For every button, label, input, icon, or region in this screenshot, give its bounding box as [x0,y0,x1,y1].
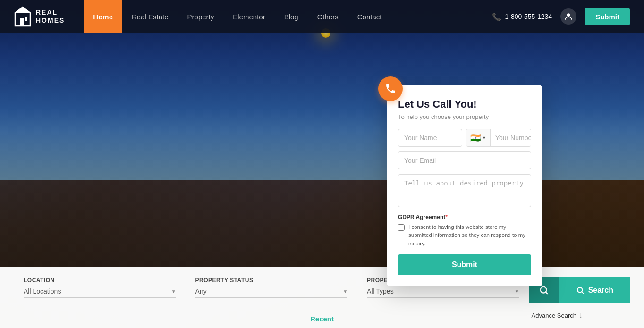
location-select[interactable]: All Locations [24,287,176,295]
nav-contact[interactable]: Contact [348,0,391,33]
name-input-wrap [398,129,462,147]
gdpr-label: GDPR Agreement* [398,214,531,220]
advance-search-arrow-icon: ↓ [579,311,583,320]
nav-elementor[interactable]: Elementor [223,0,274,33]
call-icon-badge [378,76,403,101]
user-account-icon[interactable] [560,8,576,25]
svg-line-8 [582,292,584,294]
location-select-wrapper: All Locations ▼ [24,287,176,298]
gdpr-required: * [445,214,448,220]
flag-dropdown-icon: ▼ [482,135,486,140]
call-title: Let Us Call You! [398,98,531,110]
nav-links: Home Real Estate Property Elementor Blog… [84,0,491,33]
location-field: Location All Locations ▼ [14,277,186,298]
svg-point-5 [541,286,547,293]
phone-icon: 📞 [492,12,501,21]
message-input[interactable] [398,174,531,207]
logo-icon [14,6,31,27]
advance-search[interactable]: Advance Search ↓ [532,311,583,320]
status-label: Property Status [195,277,348,284]
recent-link[interactable]: Recent [310,315,334,323]
phone-area[interactable]: 📞 1-800-555-1234 [492,12,552,21]
svg-point-4 [567,13,570,17]
gdpr-checkbox[interactable] [398,224,405,231]
flag-selector[interactable]: 🇮🇳 ▼ [466,129,491,146]
search-buttons: Search [529,277,630,303]
svg-rect-2 [20,18,24,26]
type-select-wrapper: All Types ▼ [367,287,519,298]
nav-property[interactable]: Property [178,0,224,33]
gdpr-check-row: I consent to having this website store m… [398,223,531,248]
gdpr-text: I consent to having this website store m… [408,223,531,248]
name-input[interactable] [398,129,462,147]
nav-right: 📞 1-800-555-1234 Submit [492,8,630,25]
call-subtitle: To help you choose your property [398,113,531,120]
nav-home[interactable]: Home [84,0,122,33]
panel-submit-button[interactable]: Submit [398,254,531,275]
name-phone-row: 🇮🇳 ▼ [398,129,531,147]
phone-input[interactable] [491,129,531,146]
submit-button[interactable]: Submit [585,8,630,25]
recent-tab-area: Recent [310,315,334,323]
location-label: Location [24,277,176,284]
search-button-label: Search [588,286,613,294]
call-panel: Let Us Call You! To help you choose your… [387,85,542,286]
nav-others[interactable]: Others [308,0,348,33]
status-select[interactable]: Any [195,287,348,295]
svg-line-6 [546,292,548,294]
status-field: Property Status Any ▼ [186,277,358,298]
navbar: REAL HOMES Home Real Estate Property Ele… [0,0,644,33]
logo-text: REAL HOMES [36,8,65,25]
logo[interactable]: REAL HOMES [14,6,65,27]
type-select[interactable]: All Types [367,287,519,295]
svg-rect-3 [25,17,27,21]
svg-point-7 [577,287,583,293]
flag-emoji: 🇮🇳 [470,133,481,143]
phone-number: 1-800-555-1234 [505,13,552,20]
phone-input-wrap: 🇮🇳 ▼ [466,129,531,147]
status-select-wrapper: Any ▼ [195,287,348,298]
nav-blog[interactable]: Blog [275,0,308,33]
search-text-button[interactable]: Search [559,277,630,303]
nav-real-estate[interactable]: Real Estate [122,0,178,33]
svg-marker-1 [15,7,30,13]
email-row [398,151,531,169]
advance-search-label: Advance Search [532,312,576,319]
email-input[interactable] [398,151,531,169]
